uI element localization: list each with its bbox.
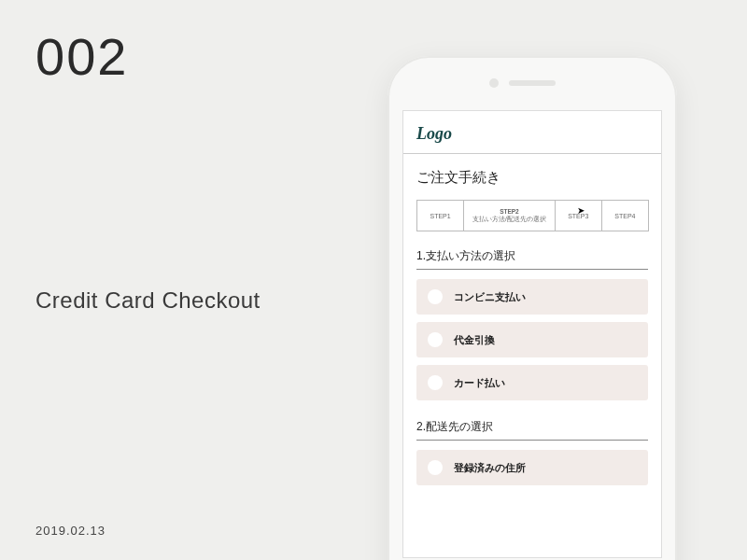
step-label: STEP1 [430, 213, 450, 219]
step-label: STEP4 [614, 213, 635, 219]
section-payment-title: 1.支払い方法の選択 [416, 248, 648, 270]
payment-option-konbini[interactable]: コンビニ支払い [416, 279, 648, 315]
section-shipping-title: 2.配送先の選択 [416, 419, 648, 441]
option-label: カード払い [454, 376, 505, 390]
progress-steps: STEP1 STEP2 支払い方法/配送先の選択 STEP3 STEP4 ➤ [416, 200, 648, 231]
challenge-number: 002 [35, 26, 128, 87]
radio-icon [428, 460, 443, 475]
step-1[interactable]: STEP1 [416, 200, 464, 231]
step-2[interactable]: STEP2 支払い方法/配送先の選択 [463, 200, 556, 231]
step-sublabel: 支払い方法/配送先の選択 [472, 216, 546, 223]
app-logo: Logo [416, 122, 648, 153]
radio-icon [428, 289, 443, 304]
phone-screen: Logo ご注文手続き STEP1 STEP2 支払い方法/配送先の選択 STE… [402, 110, 662, 558]
step-label: STEP2 [500, 208, 519, 216]
phone-frame: Logo ご注文手続き STEP1 STEP2 支払い方法/配送先の選択 STE… [388, 56, 677, 560]
shipping-option-saved[interactable]: 登録済みの住所 [416, 450, 648, 485]
step-4[interactable]: STEP4 [601, 200, 649, 231]
radio-icon [428, 332, 443, 347]
radio-icon [428, 375, 443, 390]
payment-option-card[interactable]: カード払い [416, 365, 648, 400]
payment-option-cod[interactable]: 代金引換 [416, 322, 648, 357]
option-label: 登録済みの住所 [454, 461, 526, 475]
challenge-title: Credit Card Checkout [35, 287, 261, 314]
cursor-icon: ➤ [577, 205, 585, 216]
option-label: コンビニ支払い [454, 290, 526, 304]
divider [403, 153, 661, 154]
challenge-date: 2019.02.13 [35, 524, 106, 538]
order-title: ご注文手続き [416, 169, 648, 187]
option-label: 代金引換 [454, 333, 495, 347]
